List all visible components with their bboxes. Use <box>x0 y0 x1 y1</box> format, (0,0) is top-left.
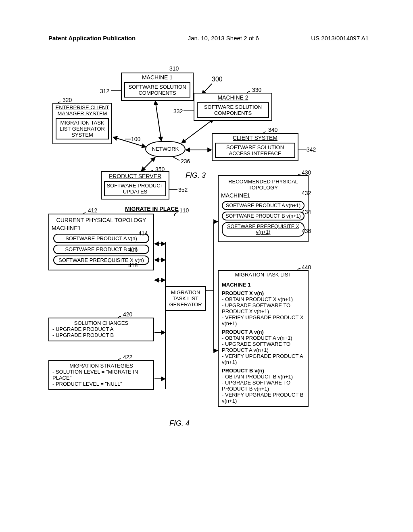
ref-100: 100 <box>131 136 140 142</box>
svg-line-1 <box>113 137 146 147</box>
machine-2-title: MACHINE 2 <box>194 94 271 102</box>
figure-4: MIGRATE IN PLACE CURRENT PHYSICAL TOPOLO… <box>48 206 315 463</box>
ref-414: 414 <box>138 230 148 237</box>
machine-1-inner: SOFTWARE SOLUTION COMPONENTS <box>124 82 190 98</box>
client-inner: SOFTWARE SOLUTION ACCESS INTERFACE <box>215 143 295 158</box>
ref-422: 422 <box>123 354 132 360</box>
ref-436: 436 <box>302 228 311 234</box>
rpt-title: RECOMMENDED PHYSICAL TOPOLOGY <box>219 178 308 192</box>
cpt-product-a: SOFTWARE PRODUCT A v(n) <box>53 234 149 243</box>
enterprise-box: ENTERPRISE CLIENT MANAGER SYSTEM MIGRATI… <box>52 103 112 144</box>
fig4-label: FIG. 4 <box>169 419 190 428</box>
rpt-product-b: SOFTWARE PRODUCT B v(n+1) <box>222 212 305 220</box>
ref-418: 418 <box>128 262 138 268</box>
enterprise-title: ENTERPRISE CLIENT MANAGER SYSTEM <box>53 104 111 117</box>
header-left: Patent Application Publication <box>48 35 136 42</box>
mtl-px-1: - OBTAIN PRODUCT X v(n+1) <box>222 296 305 302</box>
page-header: Patent Application Publication Jan. 10, … <box>0 35 413 42</box>
mtl-px-head: PRODUCT X v(n) <box>222 290 305 296</box>
ref-320: 320 <box>63 97 72 103</box>
ref-440: 440 <box>302 264 311 270</box>
mtl-pb-1: - OBTAIN PRODUCT B v(n+1) <box>222 374 305 380</box>
migration-task-list-box: MIGRATION TASK LIST MACHINE 1 PRODUCT X … <box>218 270 309 407</box>
fig3-label: FIG. 3 <box>186 171 206 180</box>
mtl-title: MIGRATION TASK LIST <box>219 271 308 279</box>
ref-420: 420 <box>123 311 132 318</box>
product-server-inner: SOFTWARE PRODUCT UPDATES <box>104 181 166 196</box>
product-server-title: PRODUCT SERVER <box>102 172 169 180</box>
cpt-title: CURRENT PHYSICAL TOPOLOGY <box>49 216 153 225</box>
mtl-px-2: - UPGRADE SOFTWARE TO PRODUCT X v(n+1) <box>222 302 305 314</box>
rpt-machine: MACHINE1 <box>219 192 308 200</box>
ref-340: 340 <box>268 127 277 133</box>
header-center: Jan. 10, 2013 Sheet 2 of 6 <box>188 35 259 42</box>
mtl-pa-1: - OBTAIN PRODUCT A v(n+1) <box>222 335 305 341</box>
page: Patent Application Publication Jan. 10, … <box>0 0 413 532</box>
svg-line-4 <box>141 157 155 171</box>
ms-title: MIGRATION STRATEGIES <box>52 363 150 369</box>
mtl-machine: MACHINE 1 <box>222 282 305 288</box>
ref-434: 434 <box>302 209 311 215</box>
svg-line-2 <box>181 119 214 143</box>
ref-432: 432 <box>302 190 311 196</box>
network-cloud: NETWORK <box>145 141 186 157</box>
header-right: US 2013/0014097 A1 <box>311 35 369 42</box>
ref-236: 236 <box>181 158 190 164</box>
machine-1-box: MACHINE 1 SOFTWARE SOLUTION COMPONENTS <box>121 73 194 101</box>
ref-110: 110 <box>179 207 189 214</box>
cpt-machine: MACHINE1 <box>49 225 153 232</box>
ref-300: 300 <box>212 76 223 83</box>
mtl-pa-2: - UPGRADE SOFTWARE TO PRODUCT A v(n+1) <box>222 341 305 353</box>
current-topology-box: CURRENT PHYSICAL TOPOLOGY MACHINE1 SOFTW… <box>48 214 154 270</box>
solution-changes-box: SOLUTION CHANGES - UPGRADE PRODUCT A - U… <box>48 318 154 341</box>
ref-416: 416 <box>128 246 138 253</box>
ref-312: 312 <box>100 88 109 94</box>
ref-350: 350 <box>155 166 165 172</box>
mtl-pb-3: - VERIFY UPGRADE PRODUCT B v(n+1) <box>222 392 305 404</box>
sc-line1: - UPGRADE PRODUCT A <box>52 326 150 332</box>
mtl-px-3: - VERIFY UPGRADE PRODUCT X v(n+1) <box>222 314 305 326</box>
ref-332: 332 <box>173 108 183 114</box>
svg-line-11 <box>173 157 179 160</box>
rpt-prereq-x: SOFTWARE PREREQUISITE X v(n+1) <box>222 222 305 237</box>
ref-412: 412 <box>88 207 97 214</box>
ref-330: 330 <box>252 87 261 93</box>
migrate-in-place-title: MIGRATE IN PLACE <box>125 206 179 212</box>
migration-task-list-generator: MIGRATION TASK LIST GENERATOR <box>165 286 206 311</box>
strategies-box: MIGRATION STRATEGIES - SOLUTION LEVEL = … <box>48 360 154 390</box>
client-title: CLIENT SYSTEM <box>213 134 298 142</box>
machine-1-title: MACHINE 1 <box>122 73 193 81</box>
mtl-pa-3: - VERIFY UPGRADE PRODUCT A v(n+1) <box>222 353 305 365</box>
mtl-pb-head: PRODUCT B v(n) <box>222 368 305 374</box>
product-server-box: PRODUCT SERVER SOFTWARE PRODUCT UPDATES <box>101 171 169 200</box>
recommended-topology-box: RECOMMENDED PHYSICAL TOPOLOGY MACHINE1 S… <box>218 175 309 242</box>
sc-title: SOLUTION CHANGES <box>52 320 150 326</box>
ref-352: 352 <box>178 187 188 193</box>
client-system-box: CLIENT SYSTEM SOFTWARE SOLUTION ACCESS I… <box>212 133 298 161</box>
machine-2-inner: SOFTWARE SOLUTION COMPONENTS <box>197 102 269 118</box>
ref-310: 310 <box>169 65 179 72</box>
mtl-pb-2: - UPGRADE SOFTWARE TO PRODUCT B v(n+1) <box>222 380 305 392</box>
ref-342: 342 <box>307 146 316 153</box>
enterprise-inner: MIGRATION TASK LIST GENERATOR SYSTEM <box>56 118 109 139</box>
ms-line1: - SOLUTION LEVEL = "MIGRATE IN PLACE" <box>52 369 150 381</box>
ms-line2: - PRODUCT LEVEL = "NULL" <box>52 381 150 387</box>
svg-line-0 <box>155 101 161 141</box>
machine-2-box: MACHINE 2 SOFTWARE SOLUTION COMPONENTS <box>194 93 272 121</box>
sc-line2: - UPGRADE PRODUCT B <box>52 332 150 338</box>
mtl-pa-head: PRODUCT A v(n) <box>222 329 305 335</box>
rpt-product-a: SOFTWARE PRODUCT A v(n+1) <box>222 201 305 210</box>
ref-430: 430 <box>302 169 311 176</box>
